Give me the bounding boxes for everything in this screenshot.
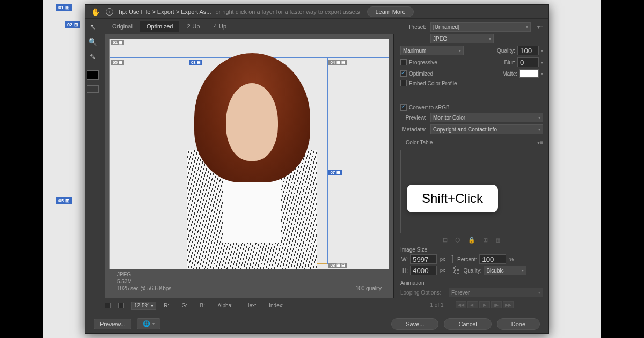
- status-format: JPEG: [117, 271, 171, 277]
- color-table-label: Color Table: [406, 139, 433, 145]
- ct-new-icon[interactable]: ⊞: [483, 237, 488, 244]
- preview-button[interactable]: Preview...: [94, 319, 131, 329]
- format-select[interactable]: JPEG▾: [430, 34, 494, 43]
- status-bar: JPEG 5.53M 1025 sec @ 56.6 Kbps 100 qual…: [114, 269, 385, 293]
- resample-quality-label: Quality:: [464, 268, 482, 274]
- next-frame-button: |▶: [491, 301, 502, 308]
- status-speed: 1025 sec @ 56.6 Kbps: [117, 285, 171, 291]
- blur-input[interactable]: [517, 57, 539, 67]
- hand-tool-icon[interactable]: ✋: [90, 6, 101, 18]
- color-table-toolbar: ⊡ ⬡ 🔒 ⊞ 🗑: [400, 237, 543, 244]
- pointer-tool[interactable]: ↖: [87, 21, 99, 33]
- tip-text-suffix: or right click on a layer for a faster w…: [215, 9, 360, 15]
- quality-dropdown-icon[interactable]: ▾: [541, 48, 543, 53]
- optimized-label: Optimized: [409, 71, 433, 77]
- tip-bar: ✋ i Tip: Use File > Export > Export As..…: [85, 5, 548, 19]
- preview-select[interactable]: Monitor Color▾: [430, 113, 543, 122]
- blur-dropdown-icon[interactable]: ▾: [541, 60, 543, 65]
- link-bracket-icon[interactable]: ]: [451, 254, 455, 264]
- progressive-checkbox[interactable]: [400, 59, 407, 65]
- zoom-tool[interactable]: 🔍: [87, 36, 99, 48]
- embed-profile-label: Embed Color Profile: [409, 80, 457, 86]
- info-b: B: --: [200, 303, 210, 308]
- preview-label: Preview:: [400, 115, 428, 121]
- settings-panel: Preset: [Unnamed]▾ ▾≡ JPEG▾ Maximum▾ Qua…: [398, 19, 548, 312]
- image-size-title: Image Size: [400, 247, 543, 253]
- matte-label: Matte:: [502, 71, 517, 77]
- animation-title: Animation: [400, 280, 543, 286]
- eyedropper-tool[interactable]: ✎: [87, 51, 99, 63]
- preset-select[interactable]: [Unnamed]▾: [430, 22, 531, 32]
- save-button[interactable]: Save...: [391, 318, 438, 330]
- matte-dropdown-icon[interactable]: ▾: [541, 71, 543, 76]
- looping-label: Looping Options:: [400, 290, 447, 296]
- slice-line-v2: [327, 57, 328, 264]
- tab-2up[interactable]: 2-Up: [180, 21, 206, 32]
- info-g: G: --: [182, 303, 193, 308]
- infobar-chk1[interactable]: [105, 303, 111, 308]
- toggle-slices-icon[interactable]: [87, 85, 99, 93]
- metadata-select[interactable]: Copyright and Contact Info▾: [430, 124, 543, 134]
- tab-optimized[interactable]: Optimized: [140, 21, 180, 32]
- slice-badge-08: 08 ⊞ ⊞: [328, 263, 346, 268]
- infobar-chk2[interactable]: [118, 303, 124, 308]
- play-button: ▶: [479, 301, 490, 308]
- ct-trash-icon[interactable]: 🗑: [495, 237, 501, 244]
- info-icon: i: [106, 8, 113, 16]
- preset-label: Preset:: [400, 24, 428, 30]
- frame-counter: 1 of 1: [430, 302, 443, 308]
- matte-swatch[interactable]: [519, 69, 539, 78]
- quality-label: Quality:: [497, 48, 515, 54]
- last-frame-button: ▶▶: [503, 301, 514, 308]
- blur-label: Blur:: [504, 60, 515, 65]
- tab-original[interactable]: Original: [106, 21, 139, 32]
- bg-slice-02: 02 ⊞: [65, 21, 80, 28]
- preset-menu-icon[interactable]: ▾≡: [537, 24, 543, 30]
- percent-label: Percent:: [457, 256, 477, 262]
- ct-lock-icon[interactable]: 🔒: [468, 237, 475, 244]
- optimized-checkbox[interactable]: [400, 70, 407, 77]
- tip-text-prefix: Tip: Use File > Export > Export As...: [118, 9, 211, 15]
- width-label: W:: [400, 256, 408, 262]
- zoom-select[interactable]: 12.5% ▾: [131, 302, 156, 310]
- height-label: H:: [400, 268, 408, 274]
- preview-canvas[interactable]: 01 ⊞ 03 ⊞ 04 ⊞ ⊞ 05 ⊞ 06 07 ⊞ 08 ⊞ ⊞: [109, 39, 389, 269]
- embed-profile-checkbox[interactable]: [400, 80, 407, 86]
- info-bar: 12.5% ▾ R: -- G: -- B: -- Alpha: -- Hex:…: [100, 299, 398, 312]
- color-table-menu-icon[interactable]: ▾≡: [537, 139, 543, 145]
- prev-frame-button: ◀|: [467, 301, 478, 308]
- ct-icon-1[interactable]: ⊡: [443, 237, 448, 244]
- learn-more-button[interactable]: Learn More: [367, 6, 413, 17]
- canvas-wrap: 01 ⊞ 03 ⊞ 04 ⊞ ⊞ 05 ⊞ 06 07 ⊞ 08 ⊞ ⊞: [105, 34, 394, 298]
- status-size: 5.53M: [117, 278, 171, 284]
- resample-select[interactable]: Bicubic▾: [484, 266, 526, 275]
- width-unit: px: [440, 256, 445, 262]
- info-alpha: Alpha: --: [217, 303, 238, 308]
- info-r: R: --: [164, 303, 174, 308]
- tab-4up[interactable]: 4-Up: [207, 21, 233, 32]
- slice-badge-07[interactable]: 07 ⊞: [328, 170, 341, 175]
- tool-column: ↖ 🔍 ✎: [85, 19, 100, 312]
- info-hex: Hex: --: [245, 303, 261, 308]
- compression-select[interactable]: Maximum▾: [400, 46, 464, 55]
- instruction-callout: Shift+Click: [407, 185, 498, 212]
- width-input[interactable]: [410, 254, 437, 264]
- done-button[interactable]: Done: [497, 318, 540, 330]
- height-input[interactable]: [410, 266, 437, 275]
- quality-input[interactable]: [517, 46, 539, 55]
- bg-slice-01: 01 ⊞: [56, 4, 72, 11]
- ct-icon-2[interactable]: ⬡: [455, 237, 460, 244]
- foreground-swatch[interactable]: [87, 70, 99, 80]
- metadata-label: Metadata:: [400, 127, 428, 133]
- bg-slice-05: 05 ⊞: [56, 197, 72, 204]
- looping-select: Forever▾: [449, 288, 543, 297]
- first-frame-button: ◀◀: [456, 301, 466, 308]
- link-icon[interactable]: ⛓: [451, 266, 462, 275]
- cancel-button[interactable]: Cancel: [444, 318, 491, 330]
- info-index: Index: --: [269, 303, 289, 308]
- browser-preview-button[interactable]: 🌐 ▾: [137, 318, 160, 329]
- percent-input[interactable]: [479, 254, 506, 264]
- convert-srgb-checkbox[interactable]: [400, 104, 407, 111]
- status-quality: 100 quality: [356, 285, 382, 291]
- height-unit: px: [440, 268, 445, 273]
